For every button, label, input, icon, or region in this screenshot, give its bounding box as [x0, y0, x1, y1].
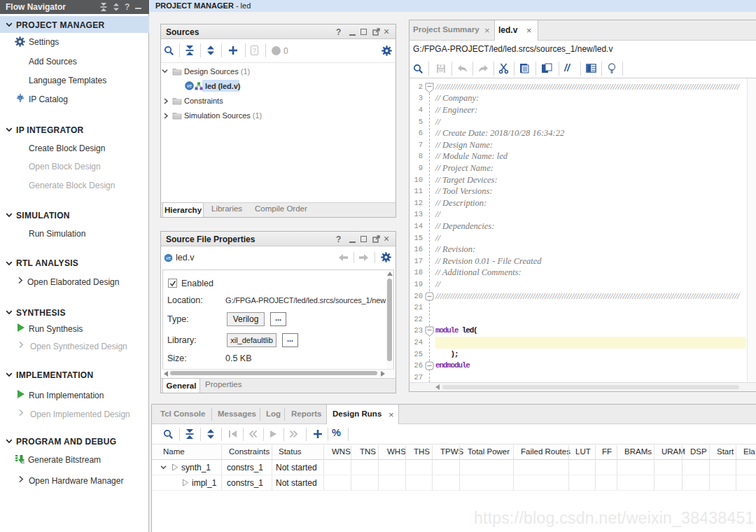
svg-text:ve: ve [187, 83, 192, 88]
svg-text:ve: ve [166, 255, 171, 260]
